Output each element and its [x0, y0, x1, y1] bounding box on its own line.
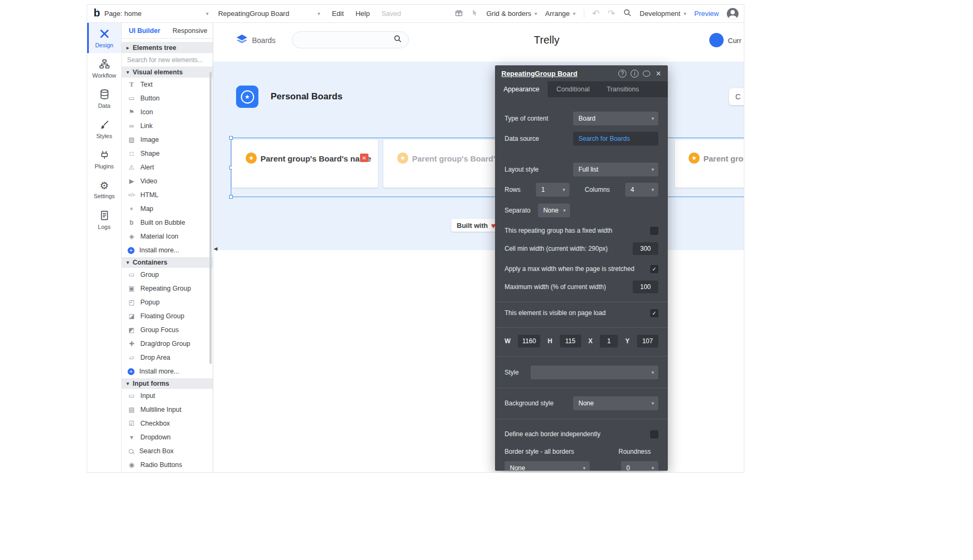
environment-selector[interactable]: Development ▾ [640, 10, 686, 18]
border-style-dropdown[interactable]: None ▾ [505, 461, 590, 471]
border-independent-checkbox[interactable]: ✓ [650, 430, 658, 438]
undo-icon[interactable]: ↶ [592, 9, 600, 18]
palette-item-install-more-visual[interactable]: + Install more... [122, 243, 213, 257]
palette-item-install-more-containers[interactable]: + Install more... [122, 364, 213, 378]
inspector-title[interactable]: RepeatingGroup Board [501, 70, 577, 78]
palette-item-html[interactable]: </> HTML [122, 188, 213, 202]
help-icon[interactable]: ? [618, 70, 626, 78]
board-card-3[interactable]: ★ Parent group's Board's name [675, 140, 744, 188]
close-icon[interactable]: ✕ [656, 70, 661, 78]
canvas-app-brand[interactable]: Boards [236, 35, 275, 46]
board-card-1[interactable]: ★ Parent group's Board's name ✕ [232, 140, 378, 188]
element-selector[interactable]: RepeatingGroup Board ▾ [218, 10, 320, 18]
palette-item-dragdrop-group[interactable]: ✚ Drag/drop Group [122, 337, 213, 351]
palette-item-search-box[interactable]: Search Box [122, 444, 213, 458]
section-visual-elements[interactable]: ▾ Visual elements [122, 67, 213, 78]
palette-item-button[interactable]: ▭ Button [122, 91, 213, 105]
redo-icon[interactable]: ↷ [608, 9, 615, 18]
info-icon[interactable]: i [631, 70, 639, 78]
layout-style-dropdown[interactable]: Full list ▾ [573, 163, 658, 176]
palette-item-icon[interactable]: ⚑ Icon [122, 105, 213, 119]
visible-on-load-checkbox[interactable]: ✓ [650, 309, 658, 317]
bubble-logo[interactable]: b [94, 7, 100, 19]
palette-item-link[interactable]: ∞ Link [122, 119, 213, 133]
max-width-pct-input[interactable]: 100 [633, 281, 658, 293]
comment-icon[interactable] [643, 71, 650, 77]
panel-collapse-icon[interactable]: ◀ [214, 246, 217, 251]
canvas-search-box[interactable] [292, 31, 409, 48]
roundness-dropdown[interactable]: 0 ▾ [621, 461, 658, 471]
grid-borders-menu[interactable]: Grid & borders ▾ [486, 10, 538, 18]
palette-item-radio-buttons[interactable]: ◉ Radio Buttons [122, 458, 213, 472]
search-input[interactable] [122, 53, 213, 67]
section-input-forms[interactable]: ▾ Input forms [122, 378, 213, 389]
palette-item-shape[interactable]: □ Shape [122, 147, 213, 160]
palette-item-alert[interactable]: ⚠ Alert [122, 160, 213, 174]
type-of-content-dropdown[interactable]: Board ▾ [573, 112, 658, 125]
rows-dropdown[interactable]: 1 ▾ [536, 183, 569, 197]
height-input[interactable]: 115 [560, 335, 581, 347]
palette-item-popup[interactable]: ◰ Popup [122, 295, 213, 309]
width-input[interactable]: 1160 [518, 335, 540, 347]
palette-item-built-on-bubble[interactable]: b Built on Bubble [122, 216, 213, 230]
sidebar-item-logs[interactable]: Logs [87, 205, 121, 235]
page-selector[interactable]: Page: home ▾ [104, 10, 208, 18]
palette-item-video[interactable]: ▶ Video [122, 174, 213, 188]
palette-item-group-focus[interactable]: ◩ Group Focus [122, 323, 213, 337]
palette-item-material-icon[interactable]: ◈ Material Icon [122, 230, 213, 243]
sidebar-item-design[interactable]: Design [87, 23, 121, 53]
user-avatar[interactable] [727, 8, 739, 20]
built-with-bubble-badge[interactable]: Built with ♥ [451, 219, 501, 232]
cursor-tool-icon[interactable] [471, 9, 479, 18]
background-style-dropdown[interactable]: None ▾ [573, 396, 658, 410]
palette-item-input[interactable]: ▭ Input [122, 389, 213, 403]
sidebar-item-workflow[interactable]: Workflow [87, 53, 121, 83]
y-input[interactable]: 107 [637, 335, 658, 347]
fixed-width-checkbox[interactable]: ✓ [650, 227, 658, 235]
row-type-of-content: Type of content Board ▾ [505, 112, 658, 125]
palette-item-drop-area[interactable]: ▱ Drop Area [122, 351, 213, 364]
apply-max-width-checkbox[interactable]: ✓ [650, 265, 658, 273]
tab-transitions[interactable]: Transitions [598, 81, 648, 97]
palette-scrollbar[interactable] [209, 72, 212, 364]
personal-boards-icon[interactable]: ★ [236, 86, 258, 108]
arrange-menu[interactable]: Arrange ▾ [545, 10, 575, 18]
cell-min-width-input[interactable]: 300 [633, 242, 658, 255]
tab-responsive[interactable]: Responsive [167, 23, 213, 38]
palette-tabs: UI Builder Responsive [122, 23, 213, 39]
x-input[interactable]: 1 [600, 335, 618, 347]
menu-edit[interactable]: Edit [332, 10, 343, 18]
palette-item-map[interactable]: ⌖ Map [122, 202, 213, 216]
sidebar-item-settings[interactable]: ⚙ Settings [87, 174, 121, 205]
palette-item-dropdown[interactable]: ▾ Dropdown [122, 430, 213, 444]
palette-item-multiline-input[interactable]: ▤ Multiline Input [122, 403, 213, 417]
palette-item-floating-group[interactable]: ◪ Floating Group [122, 309, 213, 323]
separator-dropdown[interactable]: None ▾ [538, 203, 570, 217]
gift-icon[interactable] [455, 9, 463, 19]
sidebar-item-plugins[interactable]: Plugins [87, 144, 121, 174]
style-dropdown[interactable]: ▾ [531, 366, 658, 379]
tab-ui-builder[interactable]: UI Builder [122, 23, 167, 38]
preview-button[interactable]: Preview [694, 10, 719, 18]
create-board-button[interactable]: C [729, 88, 744, 105]
search-icon[interactable] [623, 9, 632, 19]
sidebar-item-data[interactable]: Data [87, 83, 121, 114]
elements-tree-toggle[interactable]: ▸ Elements tree [122, 42, 213, 53]
data-source-expression[interactable]: Search for Boards [573, 132, 658, 146]
selection-handle[interactable] [229, 136, 233, 140]
menu-help[interactable]: Help [356, 10, 370, 18]
palette-item-checkbox[interactable]: ☑ Checkbox [122, 417, 213, 430]
palette-item-text[interactable]: T Text [122, 78, 213, 91]
tab-appearance[interactable]: Appearance [495, 81, 548, 97]
divider [495, 356, 668, 357]
section-containers[interactable]: ▾ Containers [122, 257, 213, 268]
palette-item-repeating-group[interactable]: ▣ Repeating Group [122, 282, 213, 295]
canvas-user-avatar[interactable] [709, 33, 724, 47]
sidebar-item-styles[interactable]: Styles [87, 114, 121, 144]
palette-item-group[interactable]: ▭ Group [122, 268, 213, 282]
palette-item-image[interactable]: ▧ Image [122, 133, 213, 147]
selection-handle[interactable] [229, 195, 233, 199]
columns-dropdown[interactable]: 4 ▾ [625, 183, 658, 197]
tab-conditional[interactable]: Conditional [548, 81, 598, 97]
delete-board-icon[interactable]: ✕ [360, 154, 368, 162]
